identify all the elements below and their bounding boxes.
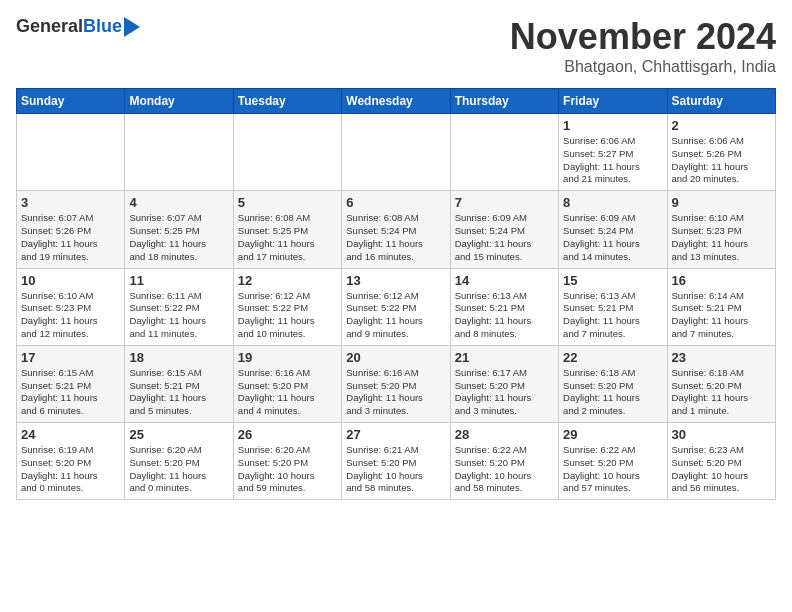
calendar-cell: 8Sunrise: 6:09 AM Sunset: 5:24 PM Daylig… <box>559 191 667 268</box>
day-number: 28 <box>455 427 554 442</box>
calendar-cell: 28Sunrise: 6:22 AM Sunset: 5:20 PM Dayli… <box>450 423 558 500</box>
day-number: 7 <box>455 195 554 210</box>
calendar-cell: 22Sunrise: 6:18 AM Sunset: 5:20 PM Dayli… <box>559 345 667 422</box>
day-info: Sunrise: 6:11 AM Sunset: 5:22 PM Dayligh… <box>129 290 228 341</box>
day-number: 9 <box>672 195 771 210</box>
calendar-week-row: 1Sunrise: 6:06 AM Sunset: 5:27 PM Daylig… <box>17 114 776 191</box>
calendar-cell: 30Sunrise: 6:23 AM Sunset: 5:20 PM Dayli… <box>667 423 775 500</box>
day-info: Sunrise: 6:10 AM Sunset: 5:23 PM Dayligh… <box>21 290 120 341</box>
day-number: 24 <box>21 427 120 442</box>
calendar-cell: 17Sunrise: 6:15 AM Sunset: 5:21 PM Dayli… <box>17 345 125 422</box>
day-info: Sunrise: 6:09 AM Sunset: 5:24 PM Dayligh… <box>455 212 554 263</box>
weekday-header-monday: Monday <box>125 89 233 114</box>
day-info: Sunrise: 6:09 AM Sunset: 5:24 PM Dayligh… <box>563 212 662 263</box>
calendar-cell: 1Sunrise: 6:06 AM Sunset: 5:27 PM Daylig… <box>559 114 667 191</box>
logo-blue-text: Blue <box>83 16 122 37</box>
weekday-header-friday: Friday <box>559 89 667 114</box>
logo-arrow-icon <box>124 17 140 37</box>
calendar-cell: 6Sunrise: 6:08 AM Sunset: 5:24 PM Daylig… <box>342 191 450 268</box>
day-info: Sunrise: 6:23 AM Sunset: 5:20 PM Dayligh… <box>672 444 771 495</box>
day-number: 23 <box>672 350 771 365</box>
calendar-cell <box>17 114 125 191</box>
day-info: Sunrise: 6:15 AM Sunset: 5:21 PM Dayligh… <box>21 367 120 418</box>
day-number: 29 <box>563 427 662 442</box>
day-info: Sunrise: 6:16 AM Sunset: 5:20 PM Dayligh… <box>346 367 445 418</box>
weekday-header-sunday: Sunday <box>17 89 125 114</box>
day-number: 26 <box>238 427 337 442</box>
calendar-week-row: 10Sunrise: 6:10 AM Sunset: 5:23 PM Dayli… <box>17 268 776 345</box>
calendar-cell: 24Sunrise: 6:19 AM Sunset: 5:20 PM Dayli… <box>17 423 125 500</box>
day-number: 6 <box>346 195 445 210</box>
day-info: Sunrise: 6:15 AM Sunset: 5:21 PM Dayligh… <box>129 367 228 418</box>
day-number: 21 <box>455 350 554 365</box>
day-number: 1 <box>563 118 662 133</box>
calendar-cell: 7Sunrise: 6:09 AM Sunset: 5:24 PM Daylig… <box>450 191 558 268</box>
day-number: 12 <box>238 273 337 288</box>
day-number: 22 <box>563 350 662 365</box>
day-number: 30 <box>672 427 771 442</box>
location-subtitle: Bhatgaon, Chhattisgarh, India <box>510 58 776 76</box>
calendar-cell: 5Sunrise: 6:08 AM Sunset: 5:25 PM Daylig… <box>233 191 341 268</box>
day-number: 16 <box>672 273 771 288</box>
calendar-cell <box>125 114 233 191</box>
calendar-cell: 26Sunrise: 6:20 AM Sunset: 5:20 PM Dayli… <box>233 423 341 500</box>
calendar-cell: 21Sunrise: 6:17 AM Sunset: 5:20 PM Dayli… <box>450 345 558 422</box>
day-info: Sunrise: 6:06 AM Sunset: 5:27 PM Dayligh… <box>563 135 662 186</box>
weekday-header-wednesday: Wednesday <box>342 89 450 114</box>
calendar-cell: 13Sunrise: 6:12 AM Sunset: 5:22 PM Dayli… <box>342 268 450 345</box>
calendar-cell: 2Sunrise: 6:06 AM Sunset: 5:26 PM Daylig… <box>667 114 775 191</box>
calendar-cell: 4Sunrise: 6:07 AM Sunset: 5:25 PM Daylig… <box>125 191 233 268</box>
calendar-week-row: 17Sunrise: 6:15 AM Sunset: 5:21 PM Dayli… <box>17 345 776 422</box>
day-info: Sunrise: 6:20 AM Sunset: 5:20 PM Dayligh… <box>238 444 337 495</box>
day-info: Sunrise: 6:22 AM Sunset: 5:20 PM Dayligh… <box>455 444 554 495</box>
day-info: Sunrise: 6:20 AM Sunset: 5:20 PM Dayligh… <box>129 444 228 495</box>
weekday-header-tuesday: Tuesday <box>233 89 341 114</box>
day-number: 20 <box>346 350 445 365</box>
day-info: Sunrise: 6:07 AM Sunset: 5:26 PM Dayligh… <box>21 212 120 263</box>
title-block: November 2024 Bhatgaon, Chhattisgarh, In… <box>510 16 776 76</box>
calendar-cell <box>233 114 341 191</box>
day-number: 5 <box>238 195 337 210</box>
weekday-header-saturday: Saturday <box>667 89 775 114</box>
day-number: 17 <box>21 350 120 365</box>
calendar-cell: 25Sunrise: 6:20 AM Sunset: 5:20 PM Dayli… <box>125 423 233 500</box>
day-info: Sunrise: 6:17 AM Sunset: 5:20 PM Dayligh… <box>455 367 554 418</box>
logo: General Blue <box>16 16 140 37</box>
calendar-cell: 20Sunrise: 6:16 AM Sunset: 5:20 PM Dayli… <box>342 345 450 422</box>
day-info: Sunrise: 6:14 AM Sunset: 5:21 PM Dayligh… <box>672 290 771 341</box>
day-number: 11 <box>129 273 228 288</box>
calendar-cell: 9Sunrise: 6:10 AM Sunset: 5:23 PM Daylig… <box>667 191 775 268</box>
day-info: Sunrise: 6:07 AM Sunset: 5:25 PM Dayligh… <box>129 212 228 263</box>
day-number: 14 <box>455 273 554 288</box>
page-header: General Blue November 2024 Bhatgaon, Chh… <box>16 16 776 76</box>
day-number: 27 <box>346 427 445 442</box>
calendar-header-row: SundayMondayTuesdayWednesdayThursdayFrid… <box>17 89 776 114</box>
day-number: 19 <box>238 350 337 365</box>
day-info: Sunrise: 6:18 AM Sunset: 5:20 PM Dayligh… <box>563 367 662 418</box>
day-info: Sunrise: 6:12 AM Sunset: 5:22 PM Dayligh… <box>346 290 445 341</box>
day-info: Sunrise: 6:22 AM Sunset: 5:20 PM Dayligh… <box>563 444 662 495</box>
day-info: Sunrise: 6:08 AM Sunset: 5:24 PM Dayligh… <box>346 212 445 263</box>
calendar-cell: 23Sunrise: 6:18 AM Sunset: 5:20 PM Dayli… <box>667 345 775 422</box>
month-title: November 2024 <box>510 16 776 58</box>
day-info: Sunrise: 6:16 AM Sunset: 5:20 PM Dayligh… <box>238 367 337 418</box>
calendar-cell: 12Sunrise: 6:12 AM Sunset: 5:22 PM Dayli… <box>233 268 341 345</box>
day-number: 10 <box>21 273 120 288</box>
day-info: Sunrise: 6:18 AM Sunset: 5:20 PM Dayligh… <box>672 367 771 418</box>
calendar-cell: 16Sunrise: 6:14 AM Sunset: 5:21 PM Dayli… <box>667 268 775 345</box>
calendar-cell: 18Sunrise: 6:15 AM Sunset: 5:21 PM Dayli… <box>125 345 233 422</box>
day-number: 8 <box>563 195 662 210</box>
day-number: 3 <box>21 195 120 210</box>
calendar-cell: 15Sunrise: 6:13 AM Sunset: 5:21 PM Dayli… <box>559 268 667 345</box>
calendar-cell: 14Sunrise: 6:13 AM Sunset: 5:21 PM Dayli… <box>450 268 558 345</box>
day-number: 18 <box>129 350 228 365</box>
calendar-table: SundayMondayTuesdayWednesdayThursdayFrid… <box>16 88 776 500</box>
day-info: Sunrise: 6:12 AM Sunset: 5:22 PM Dayligh… <box>238 290 337 341</box>
calendar-cell: 10Sunrise: 6:10 AM Sunset: 5:23 PM Dayli… <box>17 268 125 345</box>
day-info: Sunrise: 6:13 AM Sunset: 5:21 PM Dayligh… <box>563 290 662 341</box>
calendar-cell: 3Sunrise: 6:07 AM Sunset: 5:26 PM Daylig… <box>17 191 125 268</box>
weekday-header-thursday: Thursday <box>450 89 558 114</box>
day-number: 15 <box>563 273 662 288</box>
day-number: 13 <box>346 273 445 288</box>
calendar-cell <box>450 114 558 191</box>
